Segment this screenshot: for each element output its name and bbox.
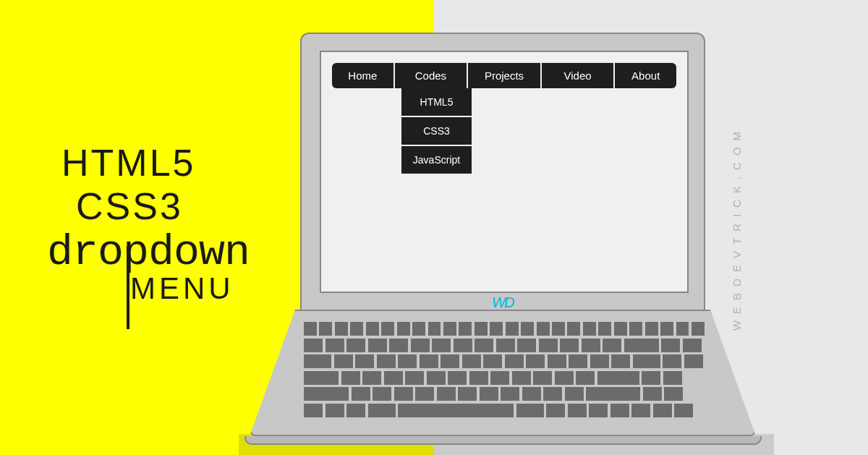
nav-item-video[interactable]: Video [542, 63, 614, 88]
watermark-text: WEBDEVTRICK.COM [730, 124, 742, 330]
title-html5: HTML5 [61, 141, 250, 184]
title-css3: CSS3 [76, 184, 250, 228]
dropdown-menu: HTML5 CSS3 JavaScript [401, 88, 472, 175]
title-dropdown: dropdown [47, 228, 250, 277]
laptop-screen-bezel: Home Codes Projects Video About HTML5 CS… [300, 33, 705, 318]
dropdown-item-css3[interactable]: CSS3 [401, 117, 472, 145]
keyboard [304, 322, 705, 420]
nav-item-codes[interactable]: Codes [395, 63, 467, 88]
nav-item-projects[interactable]: Projects [468, 63, 540, 88]
laptop-screen: Home Codes Projects Video About HTML5 CS… [320, 51, 689, 293]
laptop-front-edge [244, 436, 762, 445]
wd-logo: WD [492, 294, 513, 311]
nav-item-about[interactable]: About [615, 63, 676, 88]
title-menu: MENU [130, 271, 250, 306]
keyboard-deck [250, 310, 756, 436]
title-vertical-bar [127, 246, 129, 329]
dropdown-item-javascript[interactable]: JavaScript [401, 146, 472, 174]
title-block: HTML5 CSS3 dropdown MENU [47, 141, 250, 306]
navigation-bar: Home Codes Projects Video About [332, 63, 676, 88]
laptop-illustration: Home Codes Projects Video About HTML5 CS… [250, 33, 756, 445]
laptop-base [250, 310, 756, 445]
nav-item-home[interactable]: Home [332, 63, 393, 88]
dropdown-item-html5[interactable]: HTML5 [401, 88, 472, 116]
